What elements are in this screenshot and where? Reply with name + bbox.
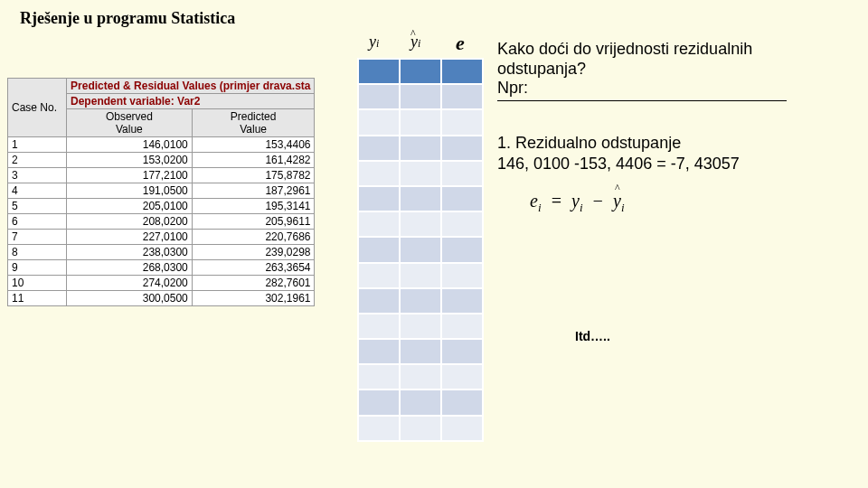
page-title: Rješenje u programu Statistica: [20, 9, 235, 28]
table-row: 4191,0500187,2961: [8, 183, 315, 199]
statistica-output-table: Case No. Predicted & Residual Values (pr…: [7, 78, 315, 306]
table-row: 2153,0200161,4282: [8, 153, 315, 168]
answer-text: 1. Rezidualno odstupanje 146, 0100 -153,…: [497, 133, 740, 174]
question-text: Kako doći do vrijednosti rezidualnih ods…: [497, 40, 787, 101]
table-row: 5205,0100195,3141: [8, 199, 315, 214]
col-predicted: PredictedValue: [192, 109, 315, 137]
table-row: 11300,0500302,1961: [8, 291, 315, 306]
col-case: Case No.: [8, 79, 67, 137]
residual-formula: ei = yi − ^yi: [530, 191, 625, 215]
table-row: 1146,0100153,4406: [8, 137, 315, 153]
table-row: 8238,0300239,0298: [8, 245, 315, 260]
symbol-e: e: [456, 32, 465, 55]
table-title-2: Dependent variable: Var2: [67, 94, 315, 109]
etc-label: Itd…..: [575, 329, 610, 343]
table-row: 9268,0300263,3654: [8, 260, 315, 276]
table-row: 10274,0200282,7601: [8, 276, 315, 291]
table-row: 6208,0200205,9611: [8, 214, 315, 230]
residual-placeholder-table: [357, 58, 484, 442]
col-observed: ObservedValue: [67, 109, 193, 137]
symbol-yhat: yi: [410, 33, 420, 52]
table-row: 3177,2100175,8782: [8, 168, 315, 183]
table-row: 7227,0100220,7686: [8, 230, 315, 245]
symbol-y: yi: [369, 33, 379, 52]
table-title-1: Predicted & Residual Values (primjer dra…: [67, 79, 315, 94]
